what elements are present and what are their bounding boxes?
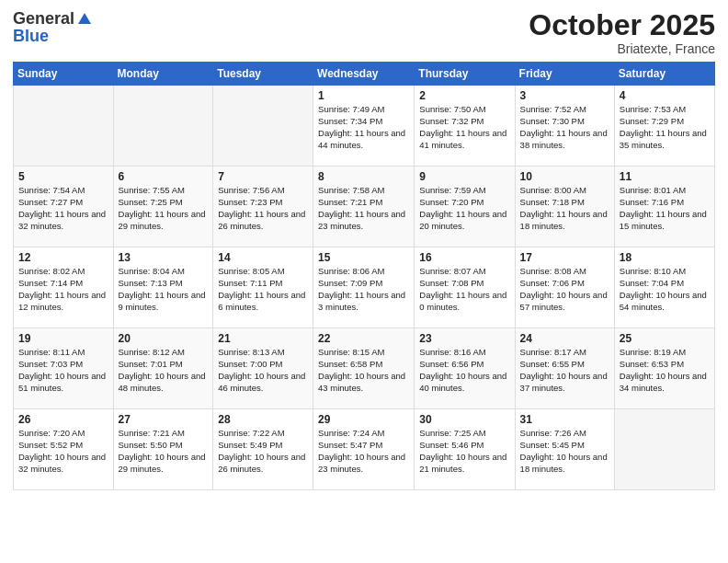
day-number: 4 (620, 89, 710, 102)
table-row: 28 Sunrise: 7:22 AM Sunset: 5:49 PM Dayl… (213, 409, 313, 490)
table-row: 23 Sunrise: 8:16 AM Sunset: 6:56 PM Dayl… (415, 328, 515, 409)
day-number: 24 (520, 332, 609, 345)
table-row: 20 Sunrise: 8:12 AM Sunset: 7:01 PM Dayl… (113, 328, 213, 409)
day-info: Sunrise: 8:10 AM Sunset: 7:04 PM Dayligh… (620, 266, 710, 313)
day-info: Sunrise: 8:06 AM Sunset: 7:09 PM Dayligh… (318, 266, 409, 313)
day-number: 7 (218, 170, 308, 183)
calendar-week-row: 5 Sunrise: 7:54 AM Sunset: 7:27 PM Dayli… (14, 167, 715, 247)
table-row: 3 Sunrise: 7:52 AM Sunset: 7:30 PM Dayli… (515, 86, 614, 167)
day-number: 9 (419, 170, 509, 183)
day-number: 10 (520, 170, 609, 183)
col-friday: Friday (515, 63, 614, 86)
day-info: Sunrise: 7:55 AM Sunset: 7:25 PM Dayligh… (119, 185, 209, 232)
col-tuesday: Tuesday (213, 63, 313, 86)
logo: General Blue (13, 9, 93, 46)
table-row: 9 Sunrise: 7:59 AM Sunset: 7:20 PM Dayli… (415, 167, 515, 247)
day-number: 6 (119, 170, 209, 183)
day-info: Sunrise: 7:59 AM Sunset: 7:20 PM Dayligh… (419, 185, 509, 232)
day-number: 27 (119, 413, 209, 426)
col-wednesday: Wednesday (313, 63, 415, 86)
day-number: 25 (620, 332, 710, 345)
table-row: 22 Sunrise: 8:15 AM Sunset: 6:58 PM Dayl… (313, 328, 415, 409)
day-info: Sunrise: 8:02 AM Sunset: 7:14 PM Dayligh… (18, 266, 108, 313)
day-number: 18 (620, 251, 710, 264)
table-row: 7 Sunrise: 7:56 AM Sunset: 7:23 PM Dayli… (213, 167, 313, 247)
table-row: 21 Sunrise: 8:13 AM Sunset: 7:00 PM Dayl… (213, 328, 313, 409)
calendar-week-row: 1 Sunrise: 7:49 AM Sunset: 7:34 PM Dayli… (14, 86, 715, 167)
table-row: 25 Sunrise: 8:19 AM Sunset: 6:53 PM Dayl… (614, 328, 714, 409)
day-number: 23 (419, 332, 509, 345)
day-number: 22 (318, 332, 409, 345)
month-info: October 2025 Briatexte, France (529, 9, 715, 56)
day-number: 29 (318, 413, 409, 426)
table-row: 5 Sunrise: 7:54 AM Sunset: 7:27 PM Dayli… (14, 167, 114, 247)
day-number: 14 (218, 251, 308, 264)
table-row: 15 Sunrise: 8:06 AM Sunset: 7:09 PM Dayl… (313, 247, 415, 328)
table-row: 29 Sunrise: 7:24 AM Sunset: 5:47 PM Dayl… (313, 409, 415, 490)
svg-marker-0 (78, 13, 91, 24)
day-info: Sunrise: 7:24 AM Sunset: 5:47 PM Dayligh… (318, 428, 409, 475)
day-info: Sunrise: 7:26 AM Sunset: 5:45 PM Dayligh… (520, 428, 609, 475)
table-row: 24 Sunrise: 8:17 AM Sunset: 6:55 PM Dayl… (515, 328, 614, 409)
table-row (614, 409, 714, 490)
table-row: 16 Sunrise: 8:07 AM Sunset: 7:08 PM Dayl… (415, 247, 515, 328)
table-row: 18 Sunrise: 8:10 AM Sunset: 7:04 PM Dayl… (614, 247, 714, 328)
day-info: Sunrise: 8:07 AM Sunset: 7:08 PM Dayligh… (419, 266, 509, 313)
table-row (113, 86, 213, 167)
day-info: Sunrise: 7:54 AM Sunset: 7:27 PM Dayligh… (18, 185, 108, 232)
table-row: 12 Sunrise: 8:02 AM Sunset: 7:14 PM Dayl… (14, 247, 114, 328)
col-saturday: Saturday (614, 63, 714, 86)
day-info: Sunrise: 7:20 AM Sunset: 5:52 PM Dayligh… (18, 428, 108, 475)
table-row: 27 Sunrise: 7:21 AM Sunset: 5:50 PM Dayl… (113, 409, 213, 490)
table-row: 11 Sunrise: 8:01 AM Sunset: 7:16 PM Dayl… (614, 167, 714, 247)
table-row: 6 Sunrise: 7:55 AM Sunset: 7:25 PM Dayli… (113, 167, 213, 247)
day-number: 20 (119, 332, 209, 345)
day-number: 17 (520, 251, 609, 264)
day-info: Sunrise: 8:19 AM Sunset: 6:53 PM Dayligh… (620, 347, 710, 394)
day-number: 15 (318, 251, 409, 264)
day-number: 5 (18, 170, 108, 183)
table-row: 4 Sunrise: 7:53 AM Sunset: 7:29 PM Dayli… (614, 86, 714, 167)
table-row: 13 Sunrise: 8:04 AM Sunset: 7:13 PM Dayl… (113, 247, 213, 328)
table-row: 31 Sunrise: 7:26 AM Sunset: 5:45 PM Dayl… (515, 409, 614, 490)
table-row (14, 86, 114, 167)
day-info: Sunrise: 8:08 AM Sunset: 7:06 PM Dayligh… (520, 266, 609, 313)
day-info: Sunrise: 8:01 AM Sunset: 7:16 PM Dayligh… (620, 185, 710, 232)
day-info: Sunrise: 7:21 AM Sunset: 5:50 PM Dayligh… (119, 428, 209, 475)
day-info: Sunrise: 7:53 AM Sunset: 7:29 PM Dayligh… (620, 104, 710, 151)
day-number: 13 (119, 251, 209, 264)
day-info: Sunrise: 7:25 AM Sunset: 5:46 PM Dayligh… (419, 428, 509, 475)
day-info: Sunrise: 7:52 AM Sunset: 7:30 PM Dayligh… (520, 104, 609, 151)
logo-icon (76, 11, 93, 28)
day-number: 3 (520, 89, 609, 102)
calendar-week-row: 19 Sunrise: 8:11 AM Sunset: 7:03 PM Dayl… (14, 328, 715, 409)
day-number: 19 (18, 332, 108, 345)
calendar-header-row: Sunday Monday Tuesday Wednesday Thursday… (14, 63, 715, 86)
table-row: 8 Sunrise: 7:58 AM Sunset: 7:21 PM Dayli… (313, 167, 415, 247)
day-info: Sunrise: 8:04 AM Sunset: 7:13 PM Dayligh… (119, 266, 209, 313)
month-title: October 2025 (529, 9, 715, 41)
logo-general: General (13, 9, 74, 29)
table-row: 17 Sunrise: 8:08 AM Sunset: 7:06 PM Dayl… (515, 247, 614, 328)
table-row: 19 Sunrise: 8:11 AM Sunset: 7:03 PM Dayl… (14, 328, 114, 409)
day-number: 30 (419, 413, 509, 426)
table-row: 10 Sunrise: 8:00 AM Sunset: 7:18 PM Dayl… (515, 167, 614, 247)
logo-blue: Blue (13, 27, 49, 46)
table-row: 14 Sunrise: 8:05 AM Sunset: 7:11 PM Dayl… (213, 247, 313, 328)
day-number: 31 (520, 413, 609, 426)
day-number: 2 (419, 89, 509, 102)
day-info: Sunrise: 8:17 AM Sunset: 6:55 PM Dayligh… (520, 347, 609, 394)
table-row: 26 Sunrise: 7:20 AM Sunset: 5:52 PM Dayl… (14, 409, 114, 490)
location: Briatexte, France (529, 41, 715, 56)
table-row: 30 Sunrise: 7:25 AM Sunset: 5:46 PM Dayl… (415, 409, 515, 490)
day-number: 11 (620, 170, 710, 183)
day-number: 16 (419, 251, 509, 264)
page: General Blue October 2025 Briatexte, Fra… (0, 0, 728, 563)
col-monday: Monday (113, 63, 213, 86)
calendar-week-row: 12 Sunrise: 8:02 AM Sunset: 7:14 PM Dayl… (14, 247, 715, 328)
day-number: 21 (218, 332, 308, 345)
table-row: 2 Sunrise: 7:50 AM Sunset: 7:32 PM Dayli… (415, 86, 515, 167)
col-thursday: Thursday (415, 63, 515, 86)
calendar-table: Sunday Monday Tuesday Wednesday Thursday… (13, 62, 715, 490)
day-info: Sunrise: 7:22 AM Sunset: 5:49 PM Dayligh… (218, 428, 308, 475)
